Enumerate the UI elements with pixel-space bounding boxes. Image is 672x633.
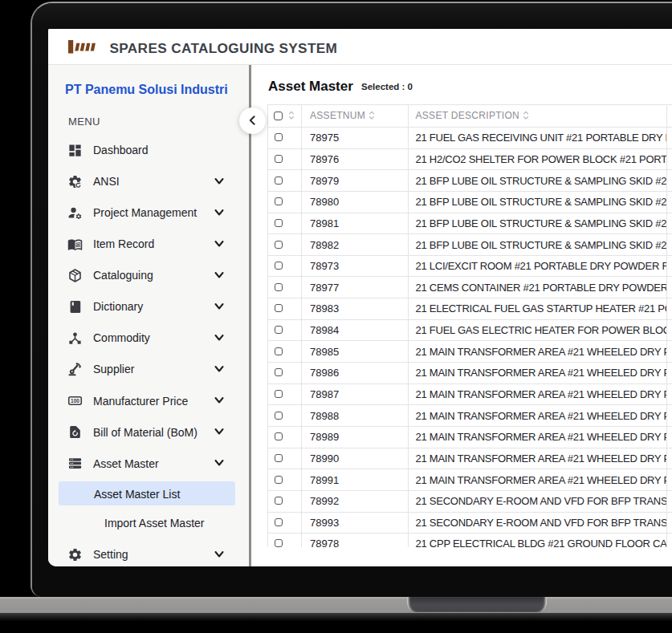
- svg-text:100: 100: [71, 398, 79, 404]
